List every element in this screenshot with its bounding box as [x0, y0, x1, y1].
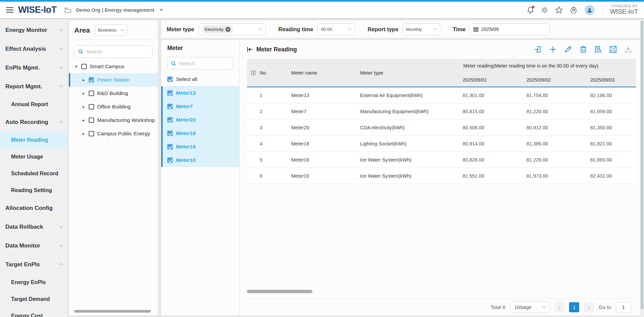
- tree-collapse-icon[interactable]: ▸: [82, 131, 86, 136]
- sidebar-item-energy-monitor[interactable]: Energy Monitor: [0, 21, 67, 40]
- favorite-star-icon[interactable]: [555, 6, 563, 13]
- sidebar-item-data-monitor[interactable]: Data Monitor: [0, 236, 67, 255]
- next-page-button[interactable]: ›: [584, 302, 594, 312]
- area-search-input[interactable]: [86, 49, 148, 54]
- edit-pencil-icon[interactable]: [564, 46, 572, 53]
- column-settings-icon[interactable]: [247, 70, 260, 76]
- checkbox-unchecked[interactable]: [81, 64, 87, 69]
- tree-node-campus-public-energy[interactable]: ▸ Campus Public Energy: [69, 127, 158, 140]
- cell-meter-type: Ice Water System(kWh): [360, 157, 463, 163]
- meter-checkbox[interactable]: [167, 131, 173, 136]
- org-dropdown-caret-icon[interactable]: [160, 9, 163, 11]
- cell-reading: 81,551.00: [463, 173, 526, 179]
- column-header-date[interactable]: 2025/09/03: [590, 77, 636, 83]
- sidebar-item-effect-analysis[interactable]: Effect Analysis: [0, 40, 67, 58]
- column-header-meter-type[interactable]: Meter type: [360, 70, 463, 76]
- sidebar-item-scheduled-record[interactable]: Scheduled Record: [0, 165, 67, 182]
- brightness-icon[interactable]: [541, 7, 548, 13]
- select-all-checkbox[interactable]: [167, 77, 173, 82]
- area-horizontal-scrollbar[interactable]: [74, 310, 151, 313]
- meter-list-item[interactable]: Meter13: [161, 86, 239, 100]
- sidebar-item-allocation-config[interactable]: Allocation Config: [0, 199, 67, 218]
- tree-node-smart-campus[interactable]: ▾ Smart Campus: [69, 60, 158, 73]
- meter-checkbox[interactable]: [167, 144, 173, 149]
- meter-type-select[interactable]: Electricity ✕: [199, 23, 266, 35]
- cell-meter-type: Lighting Socket(kWh): [360, 141, 463, 146]
- table-row[interactable]: 1 Meter13 External Air Equipment(kWh) 81…: [247, 87, 636, 103]
- time-picker[interactable]: [470, 23, 550, 36]
- sidebar-item-reading-setting[interactable]: Reading Setting: [0, 182, 67, 199]
- remove-tag-icon[interactable]: ✕: [225, 27, 230, 32]
- export-file-icon[interactable]: [534, 46, 542, 53]
- sidebar-item-meter-usage[interactable]: Meter Usage: [0, 148, 67, 165]
- meter-type-label: Meter type: [167, 26, 195, 33]
- tree-node-power-station[interactable]: ▸ Power Station: [69, 73, 158, 87]
- table-horizontal-scrollbar[interactable]: [247, 290, 312, 293]
- select-all-row[interactable]: Select all: [167, 72, 233, 86]
- sidebar-item-target-demand[interactable]: Target Demand: [0, 291, 67, 308]
- sidebar-item-energy-enpis[interactable]: Energy EnPIs: [0, 274, 67, 291]
- meter-checkbox[interactable]: [167, 117, 173, 123]
- meter-list-item[interactable]: Meter10: [161, 153, 239, 167]
- meter-list-item[interactable]: Meter20: [161, 113, 239, 127]
- window-vertical-scrollbar[interactable]: [640, 19, 644, 317]
- sidebar-item-energy-cost[interactable]: Energy Cost: [0, 308, 67, 317]
- sidebar-item-report-mgmt[interactable]: Report Mgmt.: [0, 77, 67, 96]
- column-header-date[interactable]: 2025/09/01: [463, 77, 526, 83]
- tree-expand-icon[interactable]: ▾: [74, 64, 78, 69]
- column-header-date[interactable]: 2025/09/02: [526, 77, 590, 83]
- column-header-meter-name[interactable]: Meter name: [291, 70, 360, 76]
- settings-gear-icon[interactable]: [570, 6, 577, 13]
- goto-page-input[interactable]: [616, 302, 631, 313]
- org-breadcrumb[interactable]: Demo Org | Energy management: [76, 7, 154, 13]
- notifications-bell-icon[interactable]: [527, 6, 534, 13]
- current-page-button[interactable]: 1: [569, 302, 579, 312]
- checkbox-unchecked[interactable]: [89, 104, 94, 109]
- meter-search-input[interactable]: [179, 60, 229, 66]
- meter-list-item[interactable]: Meter7: [161, 100, 239, 113]
- download-icon[interactable]: [625, 46, 632, 53]
- table-row[interactable]: 4 Meter18 Lighting Socket(kWh) 80,914.00…: [247, 136, 636, 152]
- checkbox-unchecked[interactable]: [89, 131, 94, 136]
- area-scope-select[interactable]: Business: [95, 25, 127, 36]
- table-row[interactable]: 3 Meter20 CDA electricity(kWh) 80,508.00…: [247, 120, 636, 136]
- tree-node-office-building[interactable]: ▸ Office Building: [69, 100, 158, 114]
- tree-collapse-icon[interactable]: ▸: [82, 104, 86, 109]
- meter-checkbox[interactable]: [167, 90, 173, 96]
- sidebar-item-meter-reading[interactable]: Meter Reading: [0, 132, 67, 148]
- formula-calc-icon[interactable]: *×: [609, 46, 617, 53]
- checkbox-unchecked[interactable]: [89, 91, 94, 96]
- tree-collapse-icon[interactable]: ▸: [82, 118, 86, 123]
- sidebar-item-annual-report[interactable]: Annual Report: [0, 96, 67, 113]
- sidebar-item-enpis-mgmt[interactable]: EnPIs Mgmt.: [0, 58, 67, 77]
- prev-page-button[interactable]: ‹: [554, 302, 564, 312]
- meter-list-item[interactable]: Meter18: [161, 127, 239, 140]
- tree-collapse-icon[interactable]: ▸: [82, 78, 86, 82]
- time-input[interactable]: [481, 27, 546, 32]
- checkbox-checked[interactable]: [89, 77, 94, 83]
- column-header-no[interactable]: No.: [260, 70, 291, 76]
- meter-list-item[interactable]: Meter16: [161, 140, 239, 153]
- reading-time-select[interactable]: 00:00: [317, 23, 355, 35]
- vertical-scrollbar-thumb[interactable]: [641, 20, 643, 309]
- collapse-panel-icon[interactable]: [247, 47, 253, 52]
- page-size-select[interactable]: 10/page: [510, 302, 550, 313]
- user-avatar[interactable]: [585, 5, 595, 15]
- hamburger-menu-icon[interactable]: [6, 7, 13, 13]
- delete-trash-icon[interactable]: [580, 46, 587, 53]
- sidebar-item-auto-recording[interactable]: Auto Recording: [0, 113, 67, 132]
- table-row[interactable]: 6 Meter10 Ice Water System(kWh) 81,551.0…: [247, 168, 636, 184]
- checkbox-unchecked[interactable]: [89, 118, 94, 123]
- tree-node-manufacturing-workshop[interactable]: ▸ Manufacturing Workshop: [69, 114, 158, 127]
- tree-node-rd-building[interactable]: ▸ R&D Building: [69, 87, 158, 100]
- table-row[interactable]: 5 Meter16 Ice Water System(kWh) 80,828.0…: [247, 152, 636, 168]
- meter-checkbox[interactable]: [167, 157, 173, 163]
- record-search-icon[interactable]: [594, 46, 602, 53]
- report-type-select[interactable]: Monthly: [402, 23, 440, 35]
- sidebar-item-target-enpis[interactable]: Target EnPIs: [0, 255, 67, 274]
- tree-collapse-icon[interactable]: ▸: [82, 91, 86, 96]
- add-icon[interactable]: [549, 46, 557, 53]
- meter-checkbox[interactable]: [167, 104, 173, 109]
- table-row[interactable]: 2 Meter7 Manufacturing Equipment(kWh) 80…: [247, 103, 636, 120]
- sidebar-item-data-rollback[interactable]: Data Rollback: [0, 218, 67, 236]
